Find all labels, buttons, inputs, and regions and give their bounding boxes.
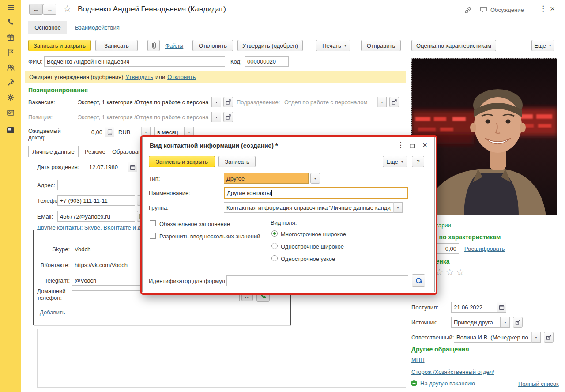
desktop-icon[interactable]: [0, 123, 21, 138]
responsible-input[interactable]: [454, 332, 531, 343]
attach-files-button[interactable]: [147, 40, 160, 51]
received-calendar-button[interactable]: [497, 302, 506, 313]
contacts-card-icon[interactable]: [0, 105, 21, 120]
star-icon[interactable]: ☆: [456, 268, 464, 277]
full-list-link[interactable]: Полный список: [518, 381, 559, 387]
comment-area[interactable]: [37, 329, 406, 388]
vacancy-open-button[interactable]: [223, 97, 233, 107]
radio-multiline-wide-label[interactable]: Многострочное широкое: [281, 231, 346, 237]
home-phone-label: Домашний телефон:: [37, 288, 71, 301]
dialog-more-button[interactable]: Еще ▼: [383, 156, 407, 167]
dialog-help-button[interactable]: ?: [412, 156, 424, 167]
reject-button[interactable]: Отклонить: [192, 40, 233, 51]
required-checkbox-label[interactable]: Обязательное заполнение: [159, 221, 230, 227]
income-input[interactable]: [75, 127, 105, 137]
mpp-link[interactable]: МПП: [411, 357, 425, 363]
reject-link[interactable]: Отклонить: [167, 74, 196, 80]
tab-resume[interactable]: Резюме: [85, 148, 105, 155]
skype-label: Skype:: [37, 246, 70, 253]
flag-icon[interactable]: [0, 45, 21, 60]
dialog-close-icon[interactable]: ×: [422, 141, 427, 149]
identifier-fill-button[interactable]: [412, 274, 425, 287]
favorite-star-icon[interactable]: ☆: [63, 4, 72, 14]
employees-icon[interactable]: [0, 60, 21, 75]
approve-link[interactable]: Утвердить: [125, 74, 153, 80]
birth-date-input[interactable]: [87, 162, 128, 172]
tools-icon[interactable]: [0, 75, 21, 90]
department-input[interactable]: [282, 97, 377, 107]
type-value-field[interactable]: Другое: [224, 173, 309, 184]
back-arrow-icon: ←: [33, 6, 39, 13]
currency-input[interactable]: [116, 127, 141, 137]
other-vacancy-action[interactable]: На другую вакансию: [411, 380, 475, 387]
department-open-button[interactable]: [389, 97, 399, 107]
dialog-save-and-close-button[interactable]: Записать и закрыть: [149, 156, 215, 167]
radio-singleline-wide-label[interactable]: Однострочное широкое: [281, 243, 344, 250]
files-link[interactable]: Файлы: [165, 42, 183, 49]
income-calc-button[interactable]: [105, 127, 114, 137]
discussion-button[interactable]: Обсуждение: [479, 6, 524, 14]
more-button[interactable]: Еще ▼: [531, 40, 554, 51]
email-input[interactable]: [57, 211, 135, 222]
source-input[interactable]: [451, 317, 501, 328]
decode-link[interactable]: Расшифровать: [464, 245, 505, 252]
dialog-save-button[interactable]: Записать: [218, 156, 256, 167]
text-cursor: [271, 190, 272, 196]
tab-main[interactable]: Основное: [28, 21, 67, 34]
menu-icon[interactable]: [0, 0, 21, 15]
code-input[interactable]: [245, 56, 289, 67]
source-dropdown-button[interactable]: ▼: [501, 317, 510, 328]
multi-values-checkbox[interactable]: [150, 233, 156, 239]
assessment-button[interactable]: Оценка по характеристикам: [411, 40, 496, 51]
dialog-maximize-icon[interactable]: [410, 143, 415, 150]
responsible-dropdown-button[interactable]: ▼: [531, 332, 541, 343]
tab-personal-data[interactable]: Личные данные: [28, 146, 79, 157]
send-button[interactable]: Отправить: [361, 40, 401, 51]
window-close-icon[interactable]: ×: [550, 4, 555, 13]
phone-input[interactable]: [57, 195, 135, 206]
vacancy-dropdown-button[interactable]: ▼: [212, 97, 221, 107]
tab-interactions[interactable]: Взаимодействия: [75, 24, 120, 31]
identifier-input[interactable]: [226, 275, 408, 286]
back-button[interactable]: ←: [29, 4, 43, 15]
name-input[interactable]: Другие контакты: [224, 187, 408, 199]
group-value-field[interactable]: Контактная информация справочника "Личны…: [224, 202, 393, 213]
position-open-button[interactable]: [223, 112, 233, 122]
group-dropdown-button[interactable]: ▼: [393, 202, 403, 213]
paperclip-icon: [150, 41, 158, 49]
dialog-kebab-icon[interactable]: ⋮: [397, 141, 404, 149]
position-input[interactable]: [75, 112, 212, 122]
storozh-link[interactable]: Сторож /Хозяйственный отдел/: [411, 369, 494, 375]
forward-button[interactable]: →: [43, 4, 56, 15]
fio-input[interactable]: [44, 56, 225, 67]
required-checkbox[interactable]: [150, 220, 156, 226]
birth-date-calendar-button[interactable]: [128, 162, 137, 172]
save-and-close-button[interactable]: Записать и закрыть: [28, 40, 91, 51]
radio-multiline-wide[interactable]: [271, 230, 278, 237]
vacancy-label: Вакансия:: [28, 99, 55, 106]
vacancy-input[interactable]: [75, 97, 212, 107]
responsible-open-button[interactable]: [544, 332, 554, 343]
approve-button[interactable]: Утвердить (одобрен): [237, 40, 303, 51]
source-open-button[interactable]: [513, 317, 523, 328]
radio-singleline-narrow-label[interactable]: Однострочное узкое: [281, 256, 335, 262]
get-link-icon[interactable]: [463, 6, 472, 16]
department-dropdown-button[interactable]: ▼: [377, 97, 387, 107]
received-date-input[interactable]: [451, 302, 497, 313]
settings-gear-icon[interactable]: [0, 90, 21, 105]
print-button[interactable]: Печать ▼: [316, 40, 350, 51]
radio-singleline-wide[interactable]: [271, 243, 278, 249]
radio-singleline-narrow[interactable]: [271, 255, 278, 261]
save-button[interactable]: Записать: [95, 40, 138, 51]
position-dropdown-button[interactable]: ▼: [212, 112, 221, 122]
add-contact-link[interactable]: Добавить: [40, 309, 65, 316]
open-icon: [546, 334, 552, 340]
star-icon[interactable]: ☆: [445, 268, 454, 277]
other-vacancy-link[interactable]: На другую вакансию: [420, 380, 475, 387]
phone-icon[interactable]: [0, 15, 21, 30]
type-dropdown-button[interactable]: ▼: [310, 173, 320, 184]
gift-icon[interactable]: [0, 30, 21, 45]
chevron-down-icon: ▼: [504, 321, 507, 324]
multi-values-checkbox-label[interactable]: Разрешить ввод нескольких значений: [159, 233, 260, 240]
window-menu-kebab-icon[interactable]: ⋮: [539, 5, 547, 12]
